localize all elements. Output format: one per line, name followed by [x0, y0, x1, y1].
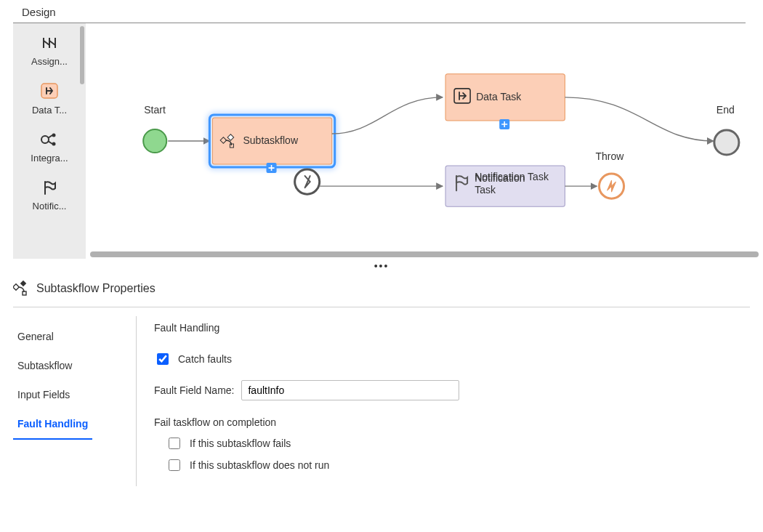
integration-icon — [39, 130, 60, 149]
palette-item-data-task[interactable]: Data T... — [13, 71, 86, 120]
assignment-icon — [39, 33, 60, 52]
svg-point-3 — [52, 142, 56, 146]
svg-point-2 — [52, 134, 56, 137]
properties-tabs: General Subtaskflow Input Fields Fault H… — [13, 316, 137, 486]
tab-input-fields[interactable]: Input Fields — [13, 380, 136, 409]
palette-label: Notific... — [16, 201, 83, 211]
page-title: Design — [0, 0, 763, 23]
palette-label: Data T... — [16, 105, 83, 116]
subtaskflow-node-label: Subtaskflow — [243, 134, 298, 146]
canvas-scrollbar[interactable] — [90, 251, 759, 257]
palette: Assign... Data T... Integra... Notific..… — [13, 23, 86, 259]
palette-label: Assign... — [16, 56, 83, 67]
palette-item-notification[interactable]: Notific... — [13, 168, 86, 216]
properties-title: Subtaskflow Properties — [36, 282, 156, 295]
design-area: Assign... Data T... Integra... Notific..… — [0, 23, 763, 259]
canvas[interactable]: Start Subtaskflow — [86, 23, 763, 259]
svg-rect-11 — [20, 281, 26, 286]
throw-label: Throw — [596, 150, 625, 162]
tab-general[interactable]: General — [13, 322, 136, 351]
split-handle[interactable]: ••• — [0, 259, 763, 273]
properties-body: General Subtaskflow Input Fields Fault H… — [0, 307, 763, 504]
properties-header: Subtaskflow Properties — [0, 272, 763, 302]
fail-if-not-run-label: If this subtaskflow does not run — [190, 459, 329, 471]
tab-subtaskflow[interactable]: Subtaskflow — [13, 351, 136, 380]
palette-label: Integra... — [16, 153, 83, 164]
start-node[interactable] — [143, 129, 166, 153]
fault-field-name-input[interactable] — [241, 380, 459, 400]
catch-faults-label: Catch faults — [178, 353, 232, 365]
subtaskflow-icon — [13, 281, 29, 297]
data-task-node-label: Data Task — [476, 91, 522, 102]
fail-section-label: Fail taskflow on completion — [154, 416, 750, 428]
tab-fault-handling[interactable]: Fault Handling — [13, 409, 92, 440]
flag-icon — [39, 178, 60, 197]
svg-point-1 — [41, 136, 49, 143]
fail-if-not-run-checkbox[interactable] — [169, 459, 180, 471]
edge-data-end — [565, 97, 713, 141]
end-label: End — [716, 104, 735, 116]
fault-field-name-label: Fault Field Name: — [154, 384, 234, 396]
catch-faults-checkbox[interactable] — [157, 353, 169, 365]
palette-item-assignment[interactable]: Assign... — [13, 23, 86, 71]
svg-text:Task: Task — [475, 184, 496, 196]
fault-handling-panel: Fault Handling Catch faults Fault Field … — [137, 316, 750, 486]
palette-item-integration[interactable]: Integra... — [13, 120, 86, 168]
fail-if-fails-label: If this subtaskflow fails — [190, 438, 291, 449]
svg-text:Notification: Notification — [475, 172, 525, 184]
fail-if-fails-checkbox[interactable] — [169, 438, 180, 449]
edge-sub-data — [332, 97, 443, 134]
data-task-icon — [39, 81, 60, 100]
section-title: Fault Handling — [154, 322, 750, 334]
palette-scrollbar[interactable] — [80, 26, 84, 84]
end-node[interactable] — [714, 130, 739, 155]
start-label: Start — [144, 104, 166, 116]
